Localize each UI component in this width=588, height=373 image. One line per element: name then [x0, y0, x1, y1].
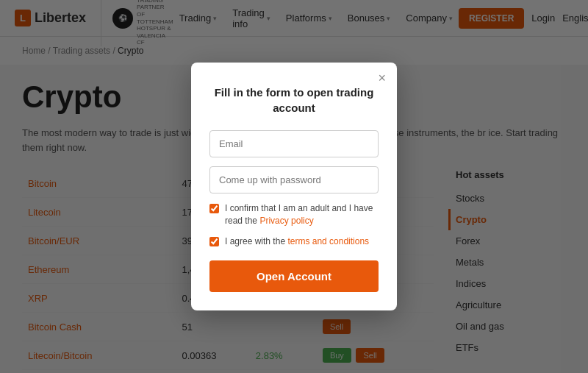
modal: × Fill in the form to open trading accou… — [191, 63, 397, 310]
privacy-policy-row: I confirm that I am an adult and I have … — [209, 202, 379, 227]
modal-title: Fill in the form to open trading account — [209, 85, 379, 116]
password-field[interactable] — [209, 166, 379, 193]
terms-conditions-link[interactable]: terms and conditions — [287, 236, 369, 246]
modal-close-button[interactable]: × — [378, 71, 386, 85]
privacy-policy-label: I confirm that I am an adult and I have … — [225, 202, 379, 227]
terms-conditions-row: I agree with the terms and conditions — [209, 235, 379, 248]
modal-overlay[interactable]: × Fill in the form to open trading accou… — [0, 0, 588, 373]
privacy-policy-link[interactable]: Privacy policy — [259, 216, 313, 226]
terms-conditions-checkbox[interactable] — [209, 237, 219, 246]
email-field[interactable] — [209, 130, 379, 157]
privacy-policy-checkbox[interactable] — [209, 204, 219, 213]
open-account-button[interactable]: Open Account — [209, 260, 379, 292]
terms-conditions-label: I agree with the terms and conditions — [225, 235, 369, 248]
